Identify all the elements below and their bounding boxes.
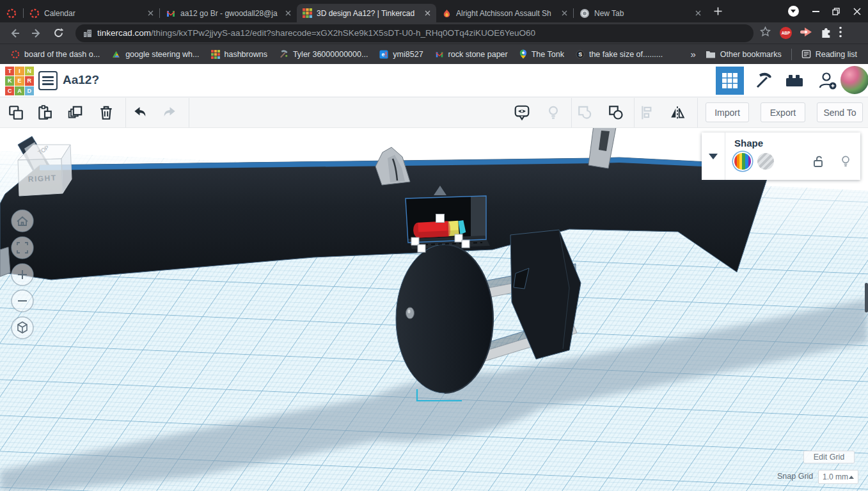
- 3d-viewport[interactable]: RIGHT TOP: [0, 128, 868, 491]
- pinned-tab[interactable]: [0, 4, 23, 22]
- tinkercad-icon: [303, 8, 312, 18]
- ungroup-button[interactable]: [608, 104, 624, 121]
- hide-selected-button[interactable]: [545, 104, 562, 121]
- bulb-icon: [545, 104, 562, 121]
- close-window-button[interactable]: [846, 8, 868, 15]
- 3d-design-mode-button[interactable]: [716, 67, 744, 95]
- design-menu-button[interactable]: [38, 71, 58, 90]
- arrow-extension-icon[interactable]: [800, 27, 812, 40]
- bookmark-item[interactable]: e ymi8527: [374, 47, 429, 62]
- collapse-arrow-icon: [709, 154, 718, 159]
- export-button[interactable]: Export: [761, 102, 805, 122]
- bookmark-label: ymi8527: [393, 50, 423, 59]
- tab-tinkercad-active[interactable]: 3D design Aa12? | Tinkercad: [297, 4, 436, 22]
- bookmark-label: google steering wh...: [125, 50, 199, 59]
- zoom-in-button[interactable]: [12, 264, 33, 286]
- add-person-icon: [818, 71, 837, 90]
- view-cube[interactable]: RIGHT TOP: [18, 144, 72, 196]
- mirror-button[interactable]: [669, 104, 686, 121]
- back-button[interactable]: [4, 28, 26, 39]
- tab-wiki-atchisson[interactable]: Alright Atchisson Assault Sh: [436, 4, 573, 22]
- tab-strip: Calendar aa12 go Br - gwoodall28@ja 3D d…: [0, 0, 868, 22]
- toolbar-separator: [125, 98, 126, 127]
- design-title[interactable]: Aa12?: [63, 73, 99, 87]
- shape-color-swatch[interactable]: [734, 153, 751, 170]
- bookmark-item[interactable]: Tyler 36000000000...: [273, 47, 374, 62]
- puzzle-icon: [820, 26, 832, 38]
- minimize-button[interactable]: [805, 11, 826, 12]
- tab-calendar[interactable]: Calendar: [24, 4, 159, 22]
- browser-menu-button[interactable]: [839, 26, 842, 40]
- brick-mode-button[interactable]: [780, 67, 809, 95]
- chromium-icon: [580, 8, 590, 19]
- bookmark-star-button[interactable]: [760, 26, 771, 40]
- minecraft-mode-button[interactable]: [750, 67, 778, 95]
- bookmarks-overflow-chevron[interactable]: »: [686, 49, 699, 60]
- extensions-button[interactable]: [820, 26, 832, 40]
- drum-magazine[interactable]: [396, 245, 493, 393]
- tab-close-icon[interactable]: [285, 10, 291, 16]
- viewport-scrollbar[interactable]: [865, 283, 868, 312]
- plus-icon: [714, 7, 722, 15]
- gmail-icon: [166, 8, 176, 19]
- site-info-icon[interactable]: [83, 29, 92, 38]
- snap-grid-dropdown[interactable]: 1.0 mm: [818, 470, 858, 484]
- reload-icon: [53, 28, 64, 38]
- restore-button[interactable]: [826, 8, 846, 15]
- logo-tile: T: [5, 67, 14, 76]
- home-view-button[interactable]: [12, 210, 33, 232]
- tab-close-icon[interactable]: [425, 10, 430, 16]
- other-bookmarks-button[interactable]: Other bookmarks: [700, 47, 787, 62]
- undo-button[interactable]: [132, 104, 148, 121]
- send-to-label: Send To: [823, 108, 856, 118]
- tab-new-tab[interactable]: New Tab: [574, 4, 707, 22]
- edit-grid-button[interactable]: Edit Grid: [803, 451, 855, 463]
- url-address-bar[interactable]: tinkercad.com/things/kxTPw2jjvyS-aa12/ed…: [75, 24, 754, 42]
- visibility-bulb-icon[interactable]: [840, 155, 851, 168]
- duplicate-button[interactable]: [67, 104, 84, 121]
- send-to-button[interactable]: Send To: [817, 102, 863, 122]
- pickaxe-icon: [754, 71, 773, 90]
- lock-open-icon[interactable]: [812, 155, 825, 168]
- reading-list-button[interactable]: Reading list: [796, 47, 863, 62]
- invite-people-button[interactable]: [814, 67, 842, 95]
- align-button[interactable]: [640, 104, 656, 121]
- tinkercad-logo[interactable]: T I N K E R C A D: [5, 67, 34, 95]
- bookmark-item[interactable]: rock stone paper: [429, 47, 514, 62]
- other-bookmarks-label: Other bookmarks: [720, 50, 782, 59]
- import-button[interactable]: Import: [706, 102, 749, 122]
- bookmark-item[interactable]: board of the dash o...: [5, 47, 106, 62]
- reload-button[interactable]: [47, 28, 69, 38]
- snap-grid-label: Snap Grid: [777, 472, 813, 481]
- bookmark-item[interactable]: google steering wh...: [106, 47, 205, 62]
- browser-menu-chevron[interactable]: [781, 6, 805, 17]
- paste-button[interactable]: [36, 104, 53, 121]
- shape-transparent-swatch[interactable]: [757, 153, 774, 170]
- tab-close-icon[interactable]: [148, 10, 154, 16]
- edit-grid-label: Edit Grid: [814, 453, 845, 462]
- tab-close-icon[interactable]: [695, 10, 701, 16]
- tab-gmail[interactable]: aa12 go Br - gwoodall28@ja: [160, 4, 297, 22]
- show-all-button[interactable]: [514, 104, 530, 121]
- delete-button[interactable]: [98, 104, 114, 121]
- forward-button[interactable]: [26, 28, 47, 39]
- redo-button[interactable]: [161, 104, 178, 121]
- group-icon: [577, 104, 594, 121]
- browser-toolbar: tinkercad.com/things/kxTPw2jjvyS-aa12/ed…: [0, 22, 868, 44]
- new-tab-button[interactable]: [707, 0, 729, 22]
- adblock-extension-icon[interactable]: ABP: [780, 27, 792, 39]
- user-avatar[interactable]: [840, 66, 868, 94]
- tab-close-icon[interactable]: [562, 10, 567, 16]
- window-controls: [781, 0, 868, 22]
- forward-icon: [31, 28, 42, 39]
- fit-view-button[interactable]: [12, 237, 33, 259]
- group-button[interactable]: [577, 104, 594, 121]
- bookmark-item[interactable]: S the fake size of.........: [570, 47, 668, 62]
- bookmark-label: The Tonk: [532, 50, 564, 59]
- copy-button[interactable]: [8, 104, 24, 121]
- zoom-out-button[interactable]: [12, 290, 33, 312]
- bookmark-item[interactable]: hashbrowns: [205, 47, 273, 62]
- bookmark-item[interactable]: The Tonk: [514, 47, 570, 62]
- panel-collapse-button[interactable]: [702, 133, 725, 180]
- perspective-toggle-button[interactable]: [12, 317, 33, 339]
